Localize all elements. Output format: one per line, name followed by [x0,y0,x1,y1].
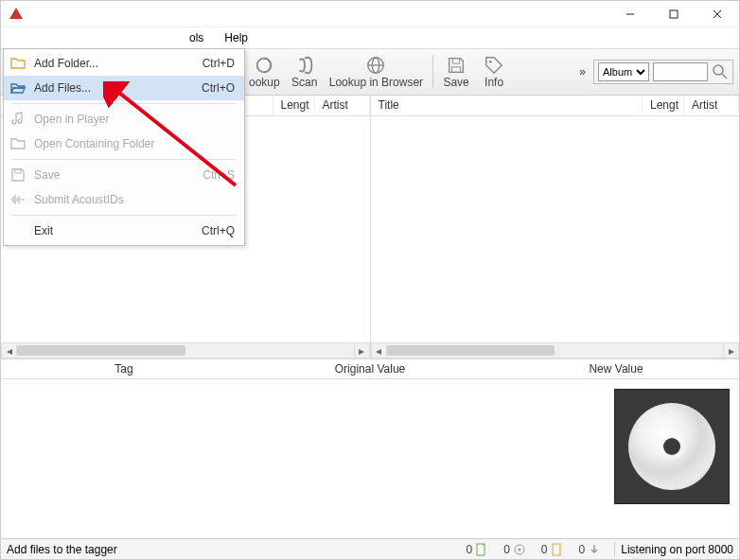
filter-select[interactable]: Album [598,62,649,81]
lookup-label: ookup [249,76,280,89]
blank-icon [9,222,26,239]
status-text: Add files to the tagger [7,543,458,556]
menu-item-shortcut: Ctrl+Q [202,224,235,237]
svg-marker-0 [9,8,23,19]
lookup-button[interactable]: ookup [243,49,286,95]
menu-item-add-folder[interactable]: Add Folder...Ctrl+D [4,51,244,76]
tag-table[interactable] [1,379,614,531]
menu-item-label: Open in Player [34,113,235,126]
save-button[interactable]: Save [437,49,475,95]
close-button[interactable] [696,1,739,27]
tag-icon [484,55,504,76]
menu-item-label: Submit AcoustIDs [34,193,235,206]
col-length[interactable]: Lengt [273,96,315,115]
menu-item-exit[interactable]: ExitCtrl+Q [4,219,244,243]
svg-rect-14 [477,544,485,555]
status-sep [614,542,615,557]
toolbar-separator [432,55,433,89]
lookup-icon [254,55,274,76]
scan-icon [294,55,315,76]
info-label: Info [485,76,503,89]
file-menu-dropdown: Add Folder...Ctrl+DAdd Files...Ctrl+OOpe… [3,48,245,246]
scroll-track[interactable] [387,342,724,359]
menu-item-label: Exit [34,224,202,237]
col-title[interactable]: Title [371,96,643,115]
menu-separator [11,215,237,216]
right-columns: Title Lengt Artist [371,96,740,116]
maximize-button[interactable] [652,1,696,27]
counter-1: 0 [466,543,488,556]
scan-button[interactable]: Scan [286,49,324,95]
scroll-right-icon[interactable]: ▸ [354,342,370,359]
scan-label: Scan [291,76,317,89]
menu-item-label: Add Files... [34,81,202,95]
right-hscroll[interactable]: ◂ ▸ [371,342,740,359]
wave-icon [9,191,26,208]
col-original[interactable]: Original Value [247,359,493,378]
scroll-thumb[interactable] [17,345,185,356]
scroll-thumb[interactable] [387,345,555,356]
svg-point-16 [518,548,520,551]
menu-separator [11,103,237,104]
file-green-icon [475,543,488,556]
menu-tools[interactable]: ols [185,29,207,46]
menu-item-open-containing-folder: Open Containing Folder [4,131,244,156]
disc-grey-icon [513,543,526,556]
menu-item-label: Open Containing Folder [34,137,235,150]
col-artist[interactable]: Artist [315,96,370,115]
disc-icon [628,403,715,490]
window-controls [608,1,739,27]
menu-help[interactable]: Help [220,29,252,46]
app-icon [9,7,24,22]
scroll-left-icon[interactable]: ◂ [371,342,387,359]
right-pane: Title Lengt Artist ◂ ▸ [371,96,740,359]
menu-item-label: Add Folder... [34,57,203,70]
col-artist[interactable]: Artist [684,96,739,115]
lookup-browser-button[interactable]: Lookup in Browser [324,49,429,95]
cover-art[interactable] [614,389,730,504]
search-icon[interactable] [712,63,729,80]
folder-icon [9,135,26,152]
save-label: Save [443,76,468,89]
globe-icon [365,55,386,76]
col-new[interactable]: New Value [493,359,739,378]
counter-4: 0 [579,543,602,556]
left-hscroll[interactable]: ◂ ▸ [1,342,370,359]
folder-icon [9,55,26,72]
menu-item-open-in-player: Open in Player [4,107,244,131]
file-gold-icon [551,543,564,556]
statusbar: Add files to the tagger 0 0 0 0 Listenin… [1,538,739,559]
col-length[interactable]: Lengt [643,96,684,115]
scroll-right-icon[interactable]: ▸ [723,342,739,359]
svg-rect-2 [670,10,678,18]
titlebar [1,1,739,27]
tag-headers: Tag Original Value New Value [1,359,739,379]
save-icon [446,55,467,76]
svg-point-11 [489,61,492,63]
menu-item-shortcut: Ctrl+S [203,168,235,182]
arrow-down-icon [588,543,601,556]
menu-item-save: SaveCtrl+S [4,163,244,187]
info-button[interactable]: Info [475,49,513,95]
note-icon [9,111,26,128]
search-group: Album [593,60,733,84]
menu-item-label: Save [34,168,203,182]
menu-item-add-files[interactable]: Add Files...Ctrl+O [4,76,244,100]
toolbar-overflow[interactable]: » [579,65,586,79]
menubar: ols Help [1,27,739,48]
svg-line-13 [722,74,727,79]
scroll-left-icon[interactable]: ◂ [1,342,17,359]
svg-point-12 [714,65,723,75]
svg-rect-10 [452,67,461,73]
folder-open-icon [9,79,26,96]
scroll-track[interactable] [17,342,354,359]
minimize-button[interactable] [608,1,652,27]
col-tag[interactable]: Tag [1,359,247,378]
counter-2: 0 [503,543,526,556]
menu-item-shortcut: Ctrl+O [202,81,235,95]
counter-3: 0 [541,543,564,556]
svg-rect-9 [452,59,459,63]
search-input[interactable] [653,62,708,81]
tag-body [1,379,739,531]
right-list[interactable] [371,116,740,342]
